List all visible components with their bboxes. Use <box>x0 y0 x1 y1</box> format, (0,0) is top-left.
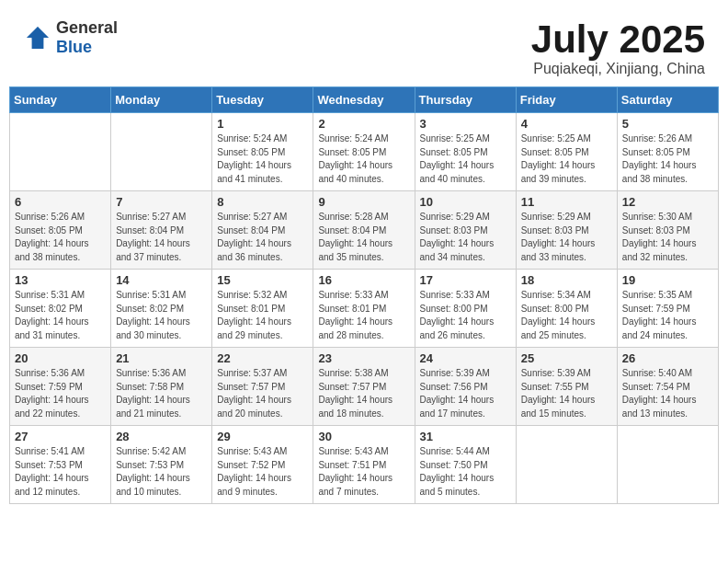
calendar-cell: 15Sunrise: 5:32 AMSunset: 8:01 PMDayligh… <box>212 270 313 348</box>
day-number: 3 <box>420 117 511 131</box>
day-number: 9 <box>318 195 409 209</box>
day-number: 14 <box>116 273 207 287</box>
logo-text: General Blue <box>56 18 118 57</box>
calendar-cell: 18Sunrise: 5:34 AMSunset: 8:00 PMDayligh… <box>516 270 617 348</box>
day-info: Sunrise: 5:25 AMSunset: 8:05 PMDaylight:… <box>420 132 511 186</box>
day-number: 6 <box>15 195 106 209</box>
week-row-2: 6Sunrise: 5:26 AMSunset: 8:05 PMDaylight… <box>10 191 719 270</box>
weekday-header-row: SundayMondayTuesdayWednesdayThursdayFrid… <box>10 87 719 113</box>
day-info: Sunrise: 5:31 AMSunset: 8:02 PMDaylight:… <box>116 289 207 342</box>
calendar-cell: 4Sunrise: 5:25 AMSunset: 8:05 PMDaylight… <box>516 113 617 191</box>
day-info: Sunrise: 5:44 AMSunset: 7:50 PMDaylight:… <box>420 445 511 499</box>
day-number: 21 <box>116 351 207 365</box>
weekday-header-thursday: Thursday <box>415 87 516 113</box>
day-info: Sunrise: 5:24 AMSunset: 8:05 PMDaylight:… <box>217 132 308 186</box>
calendar-cell: 8Sunrise: 5:27 AMSunset: 8:04 PMDaylight… <box>212 191 313 270</box>
day-number: 24 <box>420 351 511 365</box>
calendar-cell: 24Sunrise: 5:39 AMSunset: 7:56 PMDayligh… <box>415 348 516 426</box>
weekday-header-sunday: Sunday <box>10 87 111 113</box>
day-number: 5 <box>622 117 713 131</box>
title-block: July 2025 Puqiakeqi, Xinjiang, China <box>531 18 705 77</box>
day-number: 13 <box>15 273 106 287</box>
week-row-4: 20Sunrise: 5:36 AMSunset: 7:59 PMDayligh… <box>10 348 719 426</box>
day-info: Sunrise: 5:26 AMSunset: 8:05 PMDaylight:… <box>15 211 106 264</box>
calendar-cell: 11Sunrise: 5:29 AMSunset: 8:03 PMDayligh… <box>516 191 617 270</box>
day-number: 27 <box>15 430 106 443</box>
calendar-cell <box>617 426 718 504</box>
day-number: 12 <box>622 195 713 209</box>
day-number: 17 <box>420 273 511 287</box>
week-row-1: 1Sunrise: 5:24 AMSunset: 8:05 PMDaylight… <box>10 113 719 191</box>
day-number: 2 <box>318 117 409 131</box>
day-info: Sunrise: 5:34 AMSunset: 8:00 PMDaylight:… <box>521 289 612 342</box>
day-number: 10 <box>420 195 511 209</box>
day-number: 19 <box>622 273 713 287</box>
day-number: 28 <box>116 430 207 443</box>
weekday-header-tuesday: Tuesday <box>212 87 313 113</box>
day-number: 29 <box>217 430 308 443</box>
day-number: 18 <box>521 273 612 287</box>
day-info: Sunrise: 5:24 AMSunset: 8:05 PMDaylight:… <box>318 132 409 186</box>
day-info: Sunrise: 5:31 AMSunset: 8:02 PMDaylight:… <box>15 289 106 342</box>
calendar-cell: 13Sunrise: 5:31 AMSunset: 8:02 PMDayligh… <box>10 270 111 348</box>
calendar-cell: 2Sunrise: 5:24 AMSunset: 8:05 PMDaylight… <box>313 113 415 191</box>
calendar-cell: 17Sunrise: 5:33 AMSunset: 8:00 PMDayligh… <box>415 270 516 348</box>
calendar-cell: 14Sunrise: 5:31 AMSunset: 8:02 PMDayligh… <box>111 270 212 348</box>
day-info: Sunrise: 5:39 AMSunset: 7:56 PMDaylight:… <box>420 367 511 420</box>
calendar-cell <box>111 113 212 191</box>
day-info: Sunrise: 5:32 AMSunset: 8:01 PMDaylight:… <box>217 289 308 342</box>
day-info: Sunrise: 5:29 AMSunset: 8:03 PMDaylight:… <box>420 211 511 264</box>
week-row-3: 13Sunrise: 5:31 AMSunset: 8:02 PMDayligh… <box>10 270 719 348</box>
day-number: 11 <box>521 195 612 209</box>
day-info: Sunrise: 5:37 AMSunset: 7:57 PMDaylight:… <box>217 367 308 420</box>
weekday-header-wednesday: Wednesday <box>313 87 415 113</box>
day-info: Sunrise: 5:36 AMSunset: 7:59 PMDaylight:… <box>15 367 106 420</box>
calendar-cell: 21Sunrise: 5:36 AMSunset: 7:58 PMDayligh… <box>111 348 212 426</box>
calendar-cell: 7Sunrise: 5:27 AMSunset: 8:04 PMDaylight… <box>111 191 212 270</box>
calendar-cell: 1Sunrise: 5:24 AMSunset: 8:05 PMDaylight… <box>212 113 313 191</box>
calendar: SundayMondayTuesdayWednesdayThursdayFrid… <box>9 86 719 504</box>
day-info: Sunrise: 5:33 AMSunset: 8:01 PMDaylight:… <box>318 289 409 342</box>
calendar-cell: 6Sunrise: 5:26 AMSunset: 8:05 PMDaylight… <box>10 191 111 270</box>
day-number: 20 <box>15 351 106 365</box>
weekday-header-monday: Monday <box>111 87 212 113</box>
calendar-cell: 9Sunrise: 5:28 AMSunset: 8:04 PMDaylight… <box>313 191 415 270</box>
calendar-cell: 3Sunrise: 5:25 AMSunset: 8:05 PMDaylight… <box>415 113 516 191</box>
day-info: Sunrise: 5:33 AMSunset: 8:00 PMDaylight:… <box>420 289 511 342</box>
calendar-cell: 30Sunrise: 5:43 AMSunset: 7:51 PMDayligh… <box>313 426 415 504</box>
day-info: Sunrise: 5:41 AMSunset: 7:53 PMDaylight:… <box>15 445 106 499</box>
day-info: Sunrise: 5:30 AMSunset: 8:03 PMDaylight:… <box>622 211 713 264</box>
week-row-5: 27Sunrise: 5:41 AMSunset: 7:53 PMDayligh… <box>10 426 719 504</box>
day-number: 26 <box>622 351 713 365</box>
calendar-cell: 23Sunrise: 5:38 AMSunset: 7:57 PMDayligh… <box>313 348 415 426</box>
calendar-cell: 26Sunrise: 5:40 AMSunset: 7:54 PMDayligh… <box>617 348 718 426</box>
calendar-cell: 31Sunrise: 5:44 AMSunset: 7:50 PMDayligh… <box>415 426 516 504</box>
day-info: Sunrise: 5:38 AMSunset: 7:57 PMDaylight:… <box>318 367 409 420</box>
day-info: Sunrise: 5:25 AMSunset: 8:05 PMDaylight:… <box>521 132 612 186</box>
day-info: Sunrise: 5:43 AMSunset: 7:52 PMDaylight:… <box>217 445 308 499</box>
day-info: Sunrise: 5:39 AMSunset: 7:55 PMDaylight:… <box>521 367 612 420</box>
day-info: Sunrise: 5:29 AMSunset: 8:03 PMDaylight:… <box>521 211 612 264</box>
day-number: 30 <box>318 430 409 443</box>
day-number: 7 <box>116 195 207 209</box>
day-info: Sunrise: 5:27 AMSunset: 8:04 PMDaylight:… <box>217 211 308 264</box>
day-number: 16 <box>318 273 409 287</box>
day-info: Sunrise: 5:35 AMSunset: 7:59 PMDaylight:… <box>622 289 713 342</box>
calendar-cell: 20Sunrise: 5:36 AMSunset: 7:59 PMDayligh… <box>10 348 111 426</box>
logo: General Blue <box>23 18 118 57</box>
logo-blue: Blue <box>56 38 118 57</box>
day-info: Sunrise: 5:28 AMSunset: 8:04 PMDaylight:… <box>318 211 409 264</box>
day-info: Sunrise: 5:36 AMSunset: 7:58 PMDaylight:… <box>116 367 207 420</box>
calendar-cell: 10Sunrise: 5:29 AMSunset: 8:03 PMDayligh… <box>415 191 516 270</box>
logo-general: General <box>56 18 118 38</box>
day-info: Sunrise: 5:43 AMSunset: 7:51 PMDaylight:… <box>318 445 409 499</box>
calendar-cell: 28Sunrise: 5:42 AMSunset: 7:53 PMDayligh… <box>111 426 212 504</box>
day-info: Sunrise: 5:42 AMSunset: 7:53 PMDaylight:… <box>116 445 207 499</box>
day-info: Sunrise: 5:40 AMSunset: 7:54 PMDaylight:… <box>622 367 713 420</box>
location: Puqiakeqi, Xinjiang, China <box>531 61 705 77</box>
calendar-cell: 29Sunrise: 5:43 AMSunset: 7:52 PMDayligh… <box>212 426 313 504</box>
calendar-cell: 12Sunrise: 5:30 AMSunset: 8:03 PMDayligh… <box>617 191 718 270</box>
calendar-cell: 27Sunrise: 5:41 AMSunset: 7:53 PMDayligh… <box>10 426 111 504</box>
weekday-header-friday: Friday <box>516 87 617 113</box>
logo-icon <box>23 23 52 52</box>
